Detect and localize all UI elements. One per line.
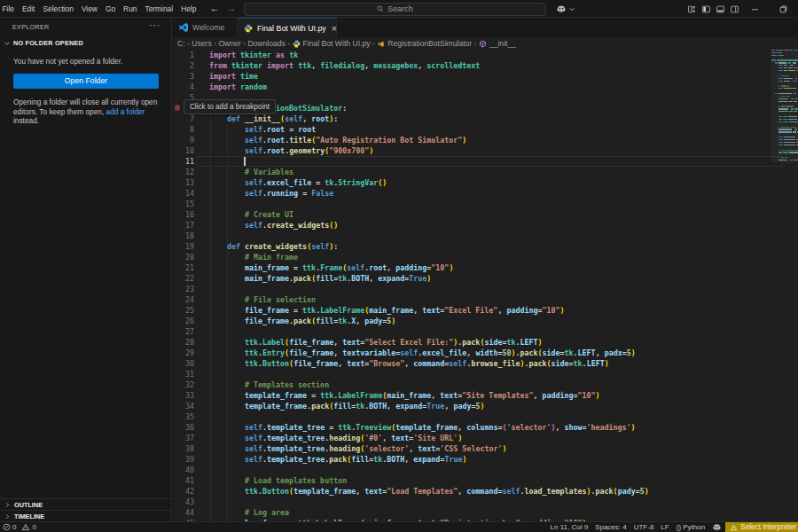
command-center-search[interactable]: Search <box>244 3 546 16</box>
error-icon <box>3 523 11 531</box>
line-number: 41 <box>173 475 194 486</box>
minimap[interactable] <box>771 50 798 521</box>
minimap-line <box>783 116 787 117</box>
section-no-folder-opened[interactable]: NO FOLDER OPENED <box>0 36 171 50</box>
minimap-line <box>781 127 789 128</box>
menu-edit[interactable]: Edit <box>19 0 39 18</box>
line-number: 25 <box>173 305 194 316</box>
line-number: 36 <box>173 422 194 433</box>
minimap-line <box>790 65 794 66</box>
language-status[interactable]: {} Python <box>677 523 705 531</box>
tab-close-icon[interactable]: × <box>332 24 337 33</box>
customize-layout-icon[interactable] <box>685 0 699 18</box>
editor-tab-bar: Welcome Final Bot With UI.py × <box>173 18 798 37</box>
minimize-button[interactable] <box>741 0 768 18</box>
code-text: # File selection <box>209 294 316 305</box>
open-folder-button[interactable]: Open Folder <box>13 74 159 89</box>
sidebar-more-actions[interactable]: ··· <box>149 18 160 36</box>
copilot-status[interactable] <box>712 523 722 532</box>
code-line: 39 self.template_tree.pack(fill=tk.BOTH,… <box>173 454 798 465</box>
menu-selection[interactable]: Selection <box>39 0 77 18</box>
minimap-line <box>778 67 782 68</box>
select-interpreter-badge[interactable]: Select Interpreter <box>725 522 798 532</box>
copilot-menu[interactable] <box>556 3 579 15</box>
breakpoint-dot[interactable] <box>175 105 181 111</box>
minimap-line <box>778 111 788 112</box>
problems-status[interactable]: 0 0 <box>3 522 36 532</box>
line-number: 10 <box>173 145 194 156</box>
minimap-line <box>784 145 796 145</box>
indentation-status[interactable]: Spaces: 4 <box>595 523 627 531</box>
minimap-line <box>794 129 797 129</box>
eol-status[interactable]: LF <box>661 523 669 531</box>
menu-run[interactable]: Run <box>120 0 141 18</box>
minimap-line <box>793 62 796 63</box>
code-text: import tkinter as tk <box>209 50 298 60</box>
restore-button[interactable] <box>768 0 798 18</box>
code-editor[interactable]: 1import tkinter as tk2from tkinter impor… <box>173 50 798 521</box>
minimap-line <box>778 119 781 120</box>
braces-icon: {} <box>677 523 681 531</box>
code-text: ttk.Label(file_frame, text="Select Excel… <box>209 337 543 348</box>
menu-go[interactable]: Go <box>101 0 119 18</box>
code-line: 7 def __init__(self, root): <box>173 113 798 124</box>
breadcrumb-item[interactable]: __init__ <box>479 39 516 48</box>
menu-view[interactable]: View <box>77 0 101 18</box>
code-line: 35 <box>173 411 798 422</box>
line-number: 19 <box>173 241 194 252</box>
line-number: 8 <box>173 124 194 135</box>
line-number: 14 <box>173 188 194 199</box>
line-number: 32 <box>173 379 194 390</box>
minimap-line <box>781 96 785 97</box>
outline-section[interactable]: OUTLINE <box>0 498 171 510</box>
tab-welcome[interactable]: Welcome <box>173 18 238 37</box>
menu-help[interactable]: Help <box>177 0 200 18</box>
line-number: 23 <box>173 284 194 294</box>
menu-file[interactable]: File <box>0 0 19 18</box>
tab-final-bot-with-ui[interactable]: Final Bot With UI.py × <box>238 18 337 37</box>
breadcrumb-item[interactable]: Downloads <box>247 39 286 48</box>
minimap-line <box>778 78 782 79</box>
minimap-line <box>778 152 781 153</box>
note-text-after: instead. <box>13 116 39 125</box>
minimap-line <box>784 81 790 82</box>
code-line: 2from tkinter import ttk, filedialog, me… <box>173 60 798 71</box>
encoding-status[interactable]: UTF-8 <box>634 523 654 531</box>
cursor-position-status[interactable]: Ln 11, Col 9 <box>551 523 589 531</box>
breadcrumb-item[interactable]: Owner <box>218 39 240 48</box>
toggle-panel-icon[interactable] <box>713 0 727 18</box>
breadcrumb-item[interactable]: RegistrationBotSimulator <box>377 39 472 48</box>
add-folder-link[interactable]: add a folder <box>106 107 145 116</box>
toggle-primary-sidebar-icon[interactable] <box>699 0 713 18</box>
code-text: ttk.Button(template_frame, text="Load Te… <box>209 486 649 497</box>
minimap-line <box>771 55 777 56</box>
code-line: 41 # Load templates button <box>173 475 798 486</box>
breadcrumb-separator: › <box>372 40 375 48</box>
line-number: 30 <box>173 358 194 369</box>
code-line: 31 <box>173 369 798 379</box>
section-label: NO FOLDER OPENED <box>13 39 83 47</box>
minimap-line <box>784 78 794 79</box>
code-line: 27 <box>173 326 798 337</box>
breadcrumb-item[interactable]: Final Bot With UI.py <box>293 39 371 48</box>
timeline-label: TIMELINE <box>14 512 44 520</box>
minimap-line <box>778 65 782 66</box>
search-icon <box>377 5 384 12</box>
code-text: # Variables <box>209 167 293 177</box>
code-line: 8 self.root = root <box>173 124 798 135</box>
timeline-section[interactable]: TIMELINE <box>0 510 171 521</box>
menu-terminal[interactable]: Terminal <box>141 0 177 18</box>
minimap-line <box>775 62 778 63</box>
toggle-secondary-sidebar-icon[interactable] <box>727 0 741 18</box>
line-number: 22 <box>173 273 194 284</box>
back-arrow-icon[interactable]: ← <box>207 0 222 18</box>
line-number: 26 <box>173 316 194 326</box>
code-text: template_frame = ttk.LabelFrame(main_fra… <box>209 390 600 401</box>
line-number: 28 <box>173 337 194 348</box>
breadcrumb-item[interactable]: Users <box>192 39 211 48</box>
code-line: 16 # Create UI <box>173 209 798 220</box>
breadcrumb-item[interactable]: C: <box>177 39 185 48</box>
status-bar: 0 0 Ln 11, Col 9 Spaces: 4 UTF-8 LF {} P… <box>0 521 798 532</box>
minimap-line <box>778 62 786 63</box>
forward-arrow-icon[interactable]: → <box>224 0 239 18</box>
